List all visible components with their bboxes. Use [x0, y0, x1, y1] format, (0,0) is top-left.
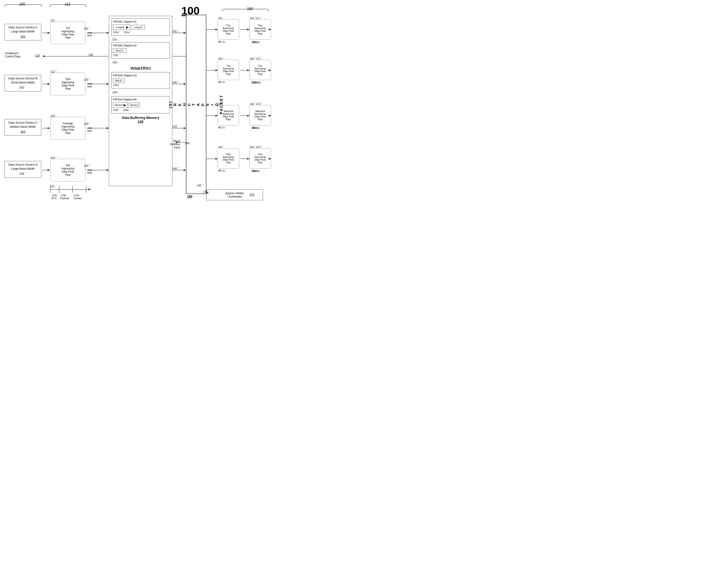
device-b-line1: Data Source Device B: [6, 76, 39, 80]
pipe-111-label: FatIngressingData FlowPipe: [62, 27, 74, 39]
fifo-seg-132c: Short-C: [113, 48, 127, 53]
fifo-4-segments: Short-F ▶ Short-E: [113, 102, 168, 108]
fifo-1-label: FIFO#1 Depth=#1: [113, 20, 168, 23]
device-a-ref: 101: [6, 34, 39, 39]
ref-115: 115: [50, 185, 54, 188]
packet-dispatcher: PACKETDISPATCHER(S): [186, 15, 206, 194]
egress-inner-151: ThinEgressingData FlowPipe: [218, 19, 239, 40]
fifo-seg-134f: Short-F ▶: [113, 102, 128, 108]
ingress-pipe-114: FatIngressingData FlowPipe: [50, 159, 85, 181]
label-110: 110: [64, 2, 70, 6]
fifo-seg-131a: ..Long-A..: [131, 25, 145, 29]
ref-179: 179⌒: [203, 190, 210, 194]
fifo-3-box: FIFO#3 Depth=#3 Mid-D 133d⌒: [111, 72, 170, 89]
egress-inner-154: ThinEgressingData FlowPipe: [218, 148, 239, 169]
write-113: writedata: [87, 127, 92, 132]
fifo-1-segments: ..Long-B.. ▶ ..Long-A..: [113, 25, 168, 30]
device-b-ref: 102⌒: [6, 85, 39, 90]
ref-145: 145⌒: [197, 184, 204, 187]
read-address-label: ReadAddressInput: [170, 140, 180, 149]
label-header: Header: [74, 197, 82, 200]
device-c-line2: Median Band Width: [6, 125, 39, 129]
pipe-152-label: FatEgressingData FlowPipe: [223, 65, 234, 75]
fifo-1-box: FIFO#1 Depth=#1 ..Long-B.. ▶ ..Long-A.. …: [111, 18, 170, 35]
write-114: writedata: [87, 169, 92, 174]
ref-124: 124⌒: [84, 164, 91, 168]
ref-150: 150: [187, 195, 192, 198]
fifo-4-box: FIFO#4 Depth=#4 Short-F ▶ Short-E 134f⌒ …: [111, 96, 170, 114]
source-device-b: Data Source Device B Small Band Width 10…: [4, 75, 41, 92]
ref-142: 142⌒: [172, 80, 180, 84]
memory-label: Data Buffering Memory 130: [109, 116, 172, 123]
pipe-162-label: FatEgressingData FlowPipe: [255, 65, 266, 75]
ingress-pipe-112: ThinIngressingData FlowPipe: [50, 73, 85, 95]
egress-outer-164: ThinEgressingData FlowPipe: [250, 148, 271, 169]
rate-164: 2B/cc: [252, 169, 260, 173]
ref-131: 131⌣: [112, 38, 172, 41]
label-ecc: ECC: [52, 197, 57, 200]
fifo-2-box: FIFO#2 Depth=#2 Short-C 132c⌒: [111, 42, 170, 58]
source-device-a: Data Source Device A Large Band Width 10…: [4, 24, 41, 41]
ref-112: 112⌒: [50, 70, 58, 74]
pipe-151-label: ThinEgressingData FlowPipe: [223, 24, 234, 35]
virtual-fifos-label: Virtual FIFO's: [111, 66, 170, 70]
bw-151: 8B /cc: [218, 41, 225, 43]
ref-115c: 115c: [52, 194, 57, 197]
ref-115a: 115a: [74, 194, 79, 197]
pipe-153-label: MatchedEgressingData FlowPipe: [223, 110, 234, 121]
ref-143: 143⌒: [172, 125, 180, 129]
ref-132c-label: 132c⌒: [113, 53, 168, 57]
device-d-ref: 104⌒: [6, 172, 39, 176]
fifo-seg-131b: ..Long-B.. ▶: [113, 25, 130, 30]
ref-173: 173⌒: [250, 102, 263, 106]
ref-153: 153⌒: [218, 102, 225, 106]
ref-171: 171⌒: [250, 17, 262, 20]
egress-arbiter: Egress Arbiter/ Scheduler: [206, 190, 263, 200]
device-c-ref: 103: [6, 130, 39, 134]
label-156-top: 156: [88, 53, 93, 56]
egress-outer-161: ThinEgressingData FlowPipe: [250, 19, 271, 40]
pipe-163-label: MatchedEgressingData FlowPipe: [255, 110, 266, 121]
ref-123: 123⌒: [84, 122, 91, 126]
rate-162: 16B/cc: [251, 81, 261, 84]
feedback-ref-116: 116: [35, 54, 40, 57]
pipe-114-label: FatIngressingData FlowPipe: [62, 164, 74, 176]
write-112: writedata: [87, 82, 92, 88]
ref-144: 144⌒: [172, 167, 180, 171]
fifo-3-segments: Mid-D: [113, 78, 168, 83]
device-a-line2: Large Band Width: [6, 29, 39, 33]
pipe-164-label: ThinEgressingData FlowPipe: [255, 153, 266, 164]
data-buffering-memory: FIFO#1 Depth=#1 ..Long-B.. ▶ ..Long-A.. …: [109, 16, 172, 186]
pipe-112-label: ThinIngressingData FlowPipe: [62, 78, 74, 90]
fifo-seg-133d: Mid-D: [113, 78, 125, 83]
label-105: 105: [19, 2, 25, 6]
ref-131b-label: 131b⌒ 131a⌒: [113, 31, 168, 34]
rate-163: 8B/cc: [252, 126, 260, 129]
source-device-c: Data Source Device C Median Band Width 1…: [4, 119, 41, 136]
ref-115b: 115b: [61, 194, 66, 197]
ref-132: 132⌣: [112, 61, 172, 64]
device-b-line2: Small Band Width: [6, 80, 39, 84]
ref-134f-label: 134f⌒ 134e⌒: [113, 108, 168, 112]
ref-114: 114⌒: [50, 156, 58, 160]
ref-122: 122⌒: [84, 78, 91, 82]
pipe-154-label: ThinEgressingData FlowPipe: [223, 153, 234, 164]
egress-outer-162: FatEgressingData FlowPipe: [250, 60, 271, 80]
ref-133d-label: 133d⌒: [113, 83, 168, 87]
label-160: 160: [247, 6, 253, 10]
ref-152: 152⌒: [218, 57, 225, 60]
feedback-label: Feedback↖Control Data: [5, 52, 20, 58]
source-device-d: Data Source Device D Large Band Width 10…: [4, 161, 41, 178]
fifo-2-segments: Short-C: [113, 48, 168, 53]
pipe-113-label: AverageIngressingData FlowPipe: [62, 122, 74, 134]
dispatcher-text: PACKETDISPATCHER(S): [168, 95, 224, 114]
ref-157: 157⌒: [187, 11, 195, 15]
ref-172: 172⌒: [250, 57, 263, 60]
diagram: 100 105 110 160 Data Source Device A Lar…: [0, 0, 272, 204]
fifo-2-label: FIFO#2 Depth=#2: [113, 44, 168, 47]
ref-121: 121⌒: [84, 27, 91, 31]
fifo-3-label: FIFO#3 Depth=#3: [113, 74, 168, 77]
ref-154: 154⌒: [218, 145, 225, 149]
ingress-pipe-113: AverageIngressingData FlowPipe: [50, 117, 85, 140]
fifo-4-label: FIFO#4 Depth=#4: [113, 98, 168, 101]
